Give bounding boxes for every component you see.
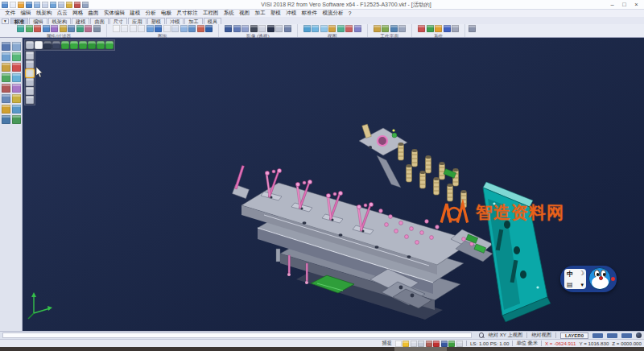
snap-toggle-icon[interactable] (456, 341, 463, 347)
snap-toggle-icon[interactable] (395, 341, 402, 347)
graphics-icon[interactable] (188, 25, 196, 32)
side-tool-icon[interactable] (12, 73, 21, 82)
menu-item[interactable]: 冲模 (283, 10, 299, 17)
menu-item[interactable]: ? (346, 10, 354, 16)
quick-access-icon[interactable] (58, 2, 64, 8)
attribute-filter-icon[interactable] (17, 25, 24, 32)
side-tool-icon[interactable] (12, 84, 21, 93)
snap-toggle-icon[interactable] (441, 341, 448, 347)
quick-access-icon[interactable] (34, 2, 40, 8)
maximize-button[interactable]: □ (618, 1, 630, 9)
workplane-icon[interactable] (398, 25, 406, 32)
menu-item[interactable]: 模流分析 (320, 10, 345, 17)
menu-item[interactable]: 分析 (143, 10, 159, 17)
workflow-tab[interactable]: 线架构 (48, 18, 72, 24)
view-sphere-icon[interactable] (636, 332, 642, 338)
side-tool-icon[interactable] (2, 73, 10, 82)
workplane-icon[interactable] (382, 25, 389, 32)
graphics-icon[interactable] (205, 25, 213, 32)
graphics-viewport[interactable]: 智造资料网 中 ☽ ▤ ▾ (0, 38, 644, 331)
quick-access-icon[interactable] (82, 2, 89, 8)
menu-item[interactable]: 网格 (70, 10, 85, 17)
attribute-filter-icon[interactable] (85, 25, 92, 32)
quick-access-icon[interactable] (2, 2, 8, 8)
system-icon[interactable] (435, 25, 442, 32)
menu-item[interactable]: 实体编辑 (101, 10, 127, 17)
shading-icon[interactable] (258, 25, 266, 32)
shading-icon[interactable] (267, 25, 275, 32)
graphics-icon[interactable] (171, 25, 179, 32)
view-icon[interactable] (337, 25, 345, 32)
side-tool-icon[interactable] (2, 63, 10, 72)
menu-item[interactable]: 系统 (221, 10, 237, 17)
menu-item[interactable]: 线架构 (34, 10, 55, 17)
view-icon[interactable] (320, 25, 328, 32)
workflow-tab[interactable]: 编辑 (29, 18, 47, 24)
side-tool-icon[interactable] (12, 94, 21, 103)
graphics-icon[interactable] (163, 25, 171, 32)
system-icon[interactable] (418, 25, 425, 32)
system-icon[interactable] (452, 25, 459, 32)
menu-item[interactable]: 编辑 (18, 10, 33, 17)
view-icon[interactable] (303, 25, 311, 32)
menu-item[interactable]: 文件 (2, 10, 18, 17)
quick-access-icon[interactable] (42, 2, 48, 8)
attribute-filter-icon[interactable] (43, 25, 50, 32)
snap-toggle-icon[interactable] (426, 341, 432, 347)
attribute-filter-icon[interactable] (34, 25, 41, 32)
shading-icon[interactable] (233, 25, 241, 32)
menu-item[interactable]: 塑模 (268, 10, 283, 17)
side-tool-icon[interactable] (2, 115, 10, 124)
ime-chinese-mode-icon[interactable]: 中 (567, 270, 573, 279)
snap-toggle-icon[interactable] (433, 341, 440, 347)
quick-access-icon[interactable] (66, 2, 72, 8)
menu-item[interactable]: 工程图 (200, 10, 221, 17)
graphics-icon[interactable] (155, 25, 162, 32)
menu-item[interactable]: 尺寸标注 (174, 10, 200, 17)
attribute-filter-icon[interactable] (68, 25, 75, 32)
side-tool-icon[interactable] (12, 105, 21, 114)
view-icon[interactable] (328, 25, 336, 32)
view-icon[interactable] (354, 25, 361, 32)
side-tool-icon[interactable] (2, 105, 10, 114)
menu-item[interactable]: 曲面 (85, 10, 101, 17)
ime-toolbar[interactable]: 中 ☽ ▤ ▾ (560, 266, 617, 292)
side-tool-icon[interactable] (12, 42, 21, 51)
workflow-tab[interactable]: 尺寸 (109, 18, 127, 24)
workplane-icon[interactable] (390, 25, 398, 32)
3d-die-assembly-model[interactable] (23, 38, 644, 331)
command-input[interactable] (2, 332, 472, 338)
magnifier-icon[interactable] (479, 332, 485, 338)
workplane-indicator[interactable]: 绝对 XY 上视图 (489, 332, 523, 339)
attribute-filter-icon[interactable] (93, 25, 101, 32)
side-tool-icon[interactable] (12, 63, 21, 72)
side-tool-icon[interactable] (2, 84, 10, 93)
graphics-icon[interactable] (113, 25, 120, 32)
side-tool-icon[interactable] (2, 52, 10, 61)
ime-fullwidth-icon[interactable]: ☽ (579, 270, 584, 277)
menu-item[interactable]: 标准件 (299, 10, 320, 17)
close-button[interactable]: × (630, 1, 642, 9)
menu-item[interactable]: 加工 (252, 10, 267, 17)
graphics-icon[interactable] (147, 25, 154, 32)
snap-toggle-icon[interactable] (448, 341, 455, 347)
workflow-tab[interactable]: 应用 (128, 18, 146, 24)
menu-item[interactable]: 点云 (55, 10, 70, 17)
quick-access-icon[interactable] (18, 2, 24, 8)
workplane-icon[interactable] (374, 25, 381, 32)
attribute-filter-icon[interactable] (76, 25, 84, 32)
menu-item[interactable]: 电极 (159, 10, 174, 17)
shading-icon[interactable] (275, 25, 283, 32)
shading-icon[interactable] (225, 25, 232, 32)
workflow-tab[interactable]: 曲面 (90, 18, 108, 24)
workflow-tab[interactable]: 模具 (204, 18, 221, 24)
menu-item[interactable]: 建模 (127, 10, 142, 17)
shading-icon[interactable] (242, 25, 249, 32)
graphics-icon[interactable] (197, 25, 204, 32)
workflow-tab[interactable]: 冲模 (166, 18, 184, 24)
tab-overflow-button[interactable]: ▾ (2, 19, 9, 24)
snap-toggle-icon[interactable] (402, 341, 409, 347)
system-icon[interactable] (444, 25, 451, 32)
attribute-filter-icon[interactable] (51, 25, 58, 32)
quick-access-icon[interactable] (50, 2, 56, 8)
